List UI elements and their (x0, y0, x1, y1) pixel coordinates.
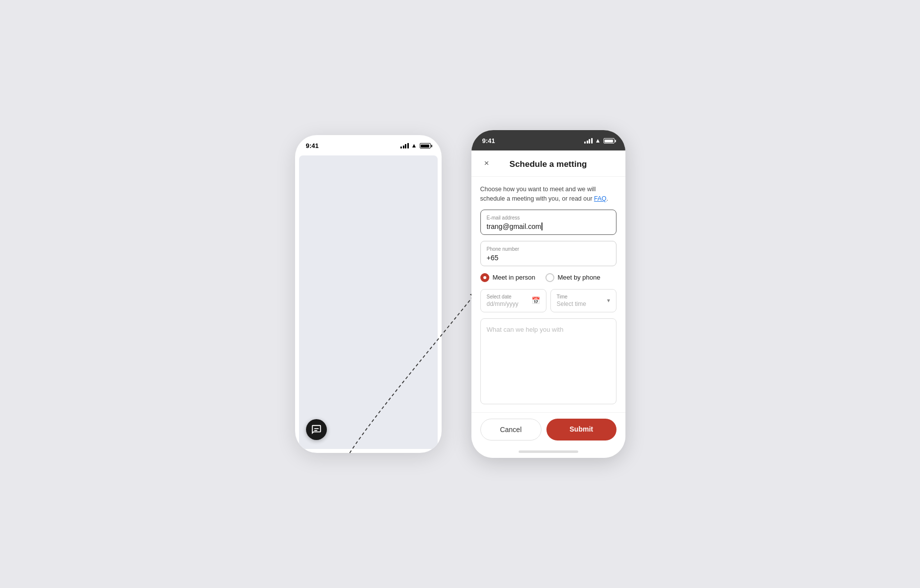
signal-bars-icon (400, 143, 409, 148)
modal-sheet: × Schedule a metting Choose how you want… (471, 150, 625, 458)
modal-title: Schedule a metting (510, 159, 587, 169)
battery-icon (420, 143, 431, 148)
date-time-row: Select date dd/mm/yyyy 📅 Time Select tim… (480, 289, 616, 312)
right-wifi-icon: ▲ (595, 137, 601, 144)
right-signal-bars-icon (584, 138, 593, 144)
left-status-icons: ▲ (400, 143, 430, 149)
phone-label: Phone number (487, 246, 610, 252)
submit-button[interactable]: Submit (546, 419, 616, 441)
time-placeholder: Select time (557, 300, 586, 307)
description-text: Choose how you want to meet and we will … (480, 185, 616, 204)
meet-by-phone-option[interactable]: Meet by phone (545, 273, 601, 282)
date-label: Select date (487, 294, 519, 299)
textarea-placeholder: What can we help you with (487, 326, 564, 333)
home-indicator (519, 450, 578, 453)
close-button[interactable]: × (480, 157, 493, 170)
chat-icon (311, 424, 322, 435)
left-screen-content (299, 155, 438, 449)
wifi-icon: ▲ (411, 142, 417, 149)
meet-in-person-option[interactable]: Meet in person (480, 273, 536, 282)
meet-by-phone-label: Meet by phone (558, 274, 601, 281)
meet-by-phone-radio[interactable] (545, 273, 554, 282)
calendar-icon: 📅 (532, 296, 540, 304)
scene: 9:41 ▲ (276, 105, 644, 483)
right-status-bar: 9:41 ▲ (471, 130, 625, 150)
meet-in-person-radio[interactable] (480, 273, 489, 282)
email-field[interactable]: E-mail address trang@gmail.com (480, 210, 616, 235)
phone-right: 9:41 ▲ × Schedule a metting Choose how y… (471, 130, 625, 458)
left-status-bar: 9:41 ▲ (295, 135, 442, 153)
phone-left: 9:41 ▲ (295, 135, 442, 453)
right-status-icons: ▲ (584, 138, 614, 144)
email-label: E-mail address (487, 215, 610, 220)
modal-body: Choose how you want to meet and we will … (471, 177, 625, 412)
text-cursor (541, 222, 542, 230)
right-time: 9:41 (482, 137, 495, 145)
modal-header: × Schedule a metting (471, 150, 625, 177)
date-placeholder: dd/mm/yyyy (487, 300, 519, 307)
phone-value: +65 (487, 254, 610, 262)
meet-in-person-label: Meet in person (493, 274, 536, 281)
cancel-button[interactable]: Cancel (480, 419, 541, 441)
date-field[interactable]: Select date dd/mm/yyyy 📅 (480, 289, 546, 312)
email-value: trang@gmail.com (487, 222, 610, 230)
right-battery-icon (604, 138, 614, 144)
phone-field[interactable]: Phone number +65 (480, 241, 616, 266)
chevron-down-icon: ▾ (607, 297, 610, 304)
time-field[interactable]: Time Select time ▾ (550, 289, 616, 312)
faq-link[interactable]: FAQ (594, 195, 607, 202)
svg-rect-1 (314, 430, 317, 431)
modal-footer: Cancel Submit (471, 412, 625, 447)
meet-options: Meet in person Meet by phone (480, 272, 616, 283)
svg-rect-0 (314, 428, 318, 429)
chat-button[interactable] (306, 419, 327, 440)
left-time: 9:41 (306, 142, 319, 149)
time-label: Time (557, 294, 586, 299)
help-textarea[interactable]: What can we help you with (480, 318, 616, 405)
